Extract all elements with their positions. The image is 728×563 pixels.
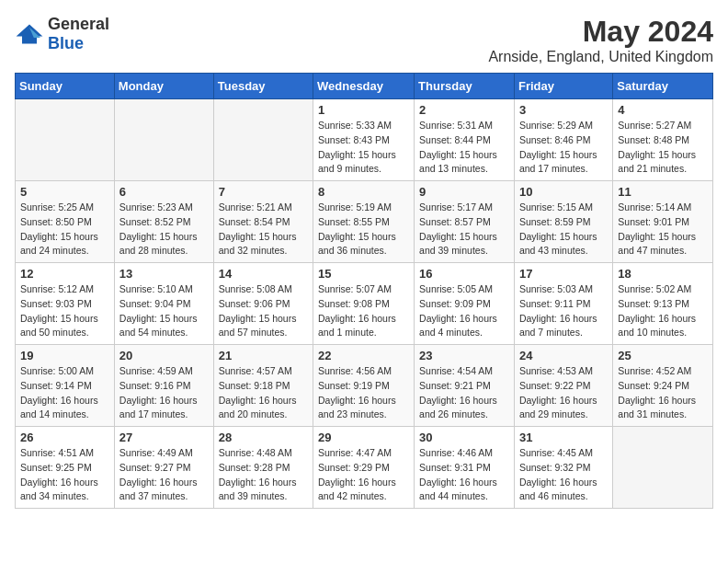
header-day: Friday <box>514 74 612 99</box>
day-info: Sunrise: 5:10 AM Sunset: 9:04 PM Dayligh… <box>119 282 209 340</box>
calendar-cell: 9Sunrise: 5:17 AM Sunset: 8:57 PM Daylig… <box>415 181 515 263</box>
calendar-cell: 21Sunrise: 4:57 AM Sunset: 9:18 PM Dayli… <box>213 345 313 427</box>
day-info: Sunrise: 4:45 AM Sunset: 9:32 PM Dayligh… <box>519 446 608 504</box>
calendar-body: 1Sunrise: 5:33 AM Sunset: 8:43 PM Daylig… <box>16 99 713 509</box>
calendar-cell: 18Sunrise: 5:02 AM Sunset: 9:13 PM Dayli… <box>613 263 713 345</box>
calendar-cell: 4Sunrise: 5:27 AM Sunset: 8:48 PM Daylig… <box>613 99 713 181</box>
day-info: Sunrise: 4:49 AM Sunset: 9:27 PM Dayligh… <box>119 446 209 504</box>
day-number: 18 <box>618 267 708 281</box>
day-info: Sunrise: 4:59 AM Sunset: 9:16 PM Dayligh… <box>119 364 209 422</box>
day-number: 7 <box>219 185 308 199</box>
calendar-cell: 12Sunrise: 5:12 AM Sunset: 9:03 PM Dayli… <box>16 263 115 345</box>
day-info: Sunrise: 5:17 AM Sunset: 8:57 PM Dayligh… <box>419 201 509 259</box>
calendar-cell: 25Sunrise: 4:52 AM Sunset: 9:24 PM Dayli… <box>613 345 713 427</box>
logo: General Blue <box>15 15 109 53</box>
month-title: May 2024 <box>488 15 713 49</box>
logo-blue: Blue <box>48 34 84 52</box>
header-day: Thursday <box>415 74 515 99</box>
calendar-cell: 11Sunrise: 5:14 AM Sunset: 9:01 PM Dayli… <box>613 181 713 263</box>
day-info: Sunrise: 5:33 AM Sunset: 8:43 PM Dayligh… <box>318 119 409 177</box>
calendar-cell <box>613 427 713 509</box>
logo-icon <box>15 23 44 45</box>
day-number: 20 <box>119 349 209 362</box>
day-number: 30 <box>419 431 509 444</box>
day-info: Sunrise: 4:54 AM Sunset: 9:21 PM Dayligh… <box>419 364 509 422</box>
day-info: Sunrise: 5:08 AM Sunset: 9:06 PM Dayligh… <box>219 282 308 340</box>
calendar-cell: 31Sunrise: 4:45 AM Sunset: 9:32 PM Dayli… <box>514 427 612 509</box>
calendar-week-row: 1Sunrise: 5:33 AM Sunset: 8:43 PM Daylig… <box>16 99 713 181</box>
calendar-cell: 26Sunrise: 4:51 AM Sunset: 9:25 PM Dayli… <box>16 427 115 509</box>
day-info: Sunrise: 5:07 AM Sunset: 9:08 PM Dayligh… <box>318 282 409 340</box>
day-number: 22 <box>318 349 409 362</box>
svg-marker-0 <box>17 25 43 44</box>
day-number: 13 <box>119 267 209 281</box>
calendar-cell: 22Sunrise: 4:56 AM Sunset: 9:19 PM Dayli… <box>313 345 415 427</box>
day-info: Sunrise: 4:48 AM Sunset: 9:28 PM Dayligh… <box>219 446 308 504</box>
calendar-cell: 8Sunrise: 5:19 AM Sunset: 8:55 PM Daylig… <box>313 181 415 263</box>
day-number: 24 <box>519 349 608 362</box>
calendar-week-row: 26Sunrise: 4:51 AM Sunset: 9:25 PM Dayli… <box>16 427 713 509</box>
header-day: Sunday <box>16 74 115 99</box>
calendar-cell: 17Sunrise: 5:03 AM Sunset: 9:11 PM Dayli… <box>514 263 612 345</box>
day-info: Sunrise: 5:19 AM Sunset: 8:55 PM Dayligh… <box>318 201 409 259</box>
calendar-week-row: 5Sunrise: 5:25 AM Sunset: 8:50 PM Daylig… <box>16 181 713 263</box>
calendar-cell: 28Sunrise: 4:48 AM Sunset: 9:28 PM Dayli… <box>213 427 313 509</box>
day-number: 29 <box>318 431 409 444</box>
day-info: Sunrise: 4:46 AM Sunset: 9:31 PM Dayligh… <box>419 446 509 504</box>
day-number: 26 <box>20 431 109 444</box>
calendar-table: SundayMondayTuesdayWednesdayThursdayFrid… <box>15 73 713 509</box>
header: General Blue May 2024 Arnside, England, … <box>15 15 713 65</box>
day-info: Sunrise: 5:23 AM Sunset: 8:52 PM Dayligh… <box>119 201 209 259</box>
header-day: Wednesday <box>313 74 415 99</box>
calendar-cell: 1Sunrise: 5:33 AM Sunset: 8:43 PM Daylig… <box>313 99 415 181</box>
day-info: Sunrise: 5:05 AM Sunset: 9:09 PM Dayligh… <box>419 282 509 340</box>
header-day: Saturday <box>613 74 713 99</box>
day-number: 25 <box>618 349 708 362</box>
day-info: Sunrise: 5:27 AM Sunset: 8:48 PM Dayligh… <box>618 119 708 177</box>
calendar-cell: 13Sunrise: 5:10 AM Sunset: 9:04 PM Dayli… <box>114 263 213 345</box>
calendar-cell: 2Sunrise: 5:31 AM Sunset: 8:44 PM Daylig… <box>415 99 515 181</box>
day-number: 4 <box>618 103 708 117</box>
calendar-cell: 29Sunrise: 4:47 AM Sunset: 9:29 PM Dayli… <box>313 427 415 509</box>
day-info: Sunrise: 4:56 AM Sunset: 9:19 PM Dayligh… <box>318 364 409 422</box>
calendar-cell: 15Sunrise: 5:07 AM Sunset: 9:08 PM Dayli… <box>313 263 415 345</box>
calendar-cell <box>213 99 313 181</box>
day-info: Sunrise: 5:31 AM Sunset: 8:44 PM Dayligh… <box>419 119 509 177</box>
day-info: Sunrise: 5:15 AM Sunset: 8:59 PM Dayligh… <box>519 201 608 259</box>
day-number: 5 <box>20 185 109 199</box>
day-info: Sunrise: 5:03 AM Sunset: 9:11 PM Dayligh… <box>519 282 608 340</box>
calendar-cell <box>114 99 213 181</box>
logo-general: General <box>48 15 109 33</box>
calendar-cell: 27Sunrise: 4:49 AM Sunset: 9:27 PM Dayli… <box>114 427 213 509</box>
day-info: Sunrise: 5:02 AM Sunset: 9:13 PM Dayligh… <box>618 282 708 340</box>
header-day: Tuesday <box>213 74 313 99</box>
calendar-cell: 16Sunrise: 5:05 AM Sunset: 9:09 PM Dayli… <box>415 263 515 345</box>
title-area: May 2024 Arnside, England, United Kingdo… <box>488 15 713 65</box>
day-number: 9 <box>419 185 509 199</box>
calendar-cell: 14Sunrise: 5:08 AM Sunset: 9:06 PM Dayli… <box>213 263 313 345</box>
calendar-cell: 10Sunrise: 5:15 AM Sunset: 8:59 PM Dayli… <box>514 181 612 263</box>
day-info: Sunrise: 5:00 AM Sunset: 9:14 PM Dayligh… <box>20 364 109 422</box>
day-number: 16 <box>419 267 509 281</box>
day-number: 3 <box>519 103 608 117</box>
day-info: Sunrise: 4:52 AM Sunset: 9:24 PM Dayligh… <box>618 364 708 422</box>
day-number: 11 <box>618 185 708 199</box>
day-number: 23 <box>419 349 509 362</box>
day-number: 6 <box>119 185 209 199</box>
location-title: Arnside, England, United Kingdom <box>488 49 713 65</box>
calendar-cell: 20Sunrise: 4:59 AM Sunset: 9:16 PM Dayli… <box>114 345 213 427</box>
calendar-cell: 3Sunrise: 5:29 AM Sunset: 8:46 PM Daylig… <box>514 99 612 181</box>
day-number: 14 <box>219 267 308 281</box>
calendar-cell: 19Sunrise: 5:00 AM Sunset: 9:14 PM Dayli… <box>16 345 115 427</box>
calendar-header: SundayMondayTuesdayWednesdayThursdayFrid… <box>16 74 713 99</box>
day-info: Sunrise: 5:21 AM Sunset: 8:54 PM Dayligh… <box>219 201 308 259</box>
calendar-week-row: 19Sunrise: 5:00 AM Sunset: 9:14 PM Dayli… <box>16 345 713 427</box>
day-number: 19 <box>20 349 109 362</box>
day-number: 8 <box>318 185 409 199</box>
day-info: Sunrise: 5:29 AM Sunset: 8:46 PM Dayligh… <box>519 119 608 177</box>
header-row: SundayMondayTuesdayWednesdayThursdayFrid… <box>16 74 713 99</box>
day-info: Sunrise: 5:14 AM Sunset: 9:01 PM Dayligh… <box>618 201 708 259</box>
day-info: Sunrise: 4:53 AM Sunset: 9:22 PM Dayligh… <box>519 364 608 422</box>
day-info: Sunrise: 4:51 AM Sunset: 9:25 PM Dayligh… <box>20 446 109 504</box>
calendar-cell: 30Sunrise: 4:46 AM Sunset: 9:31 PM Dayli… <box>415 427 515 509</box>
